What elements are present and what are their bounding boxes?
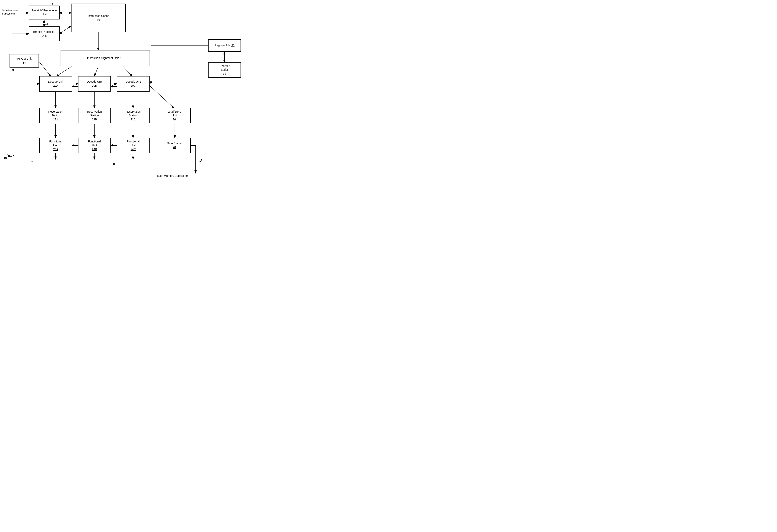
instruction-alignment-num: 18 xyxy=(120,56,124,60)
svg-text:10: 10 xyxy=(4,156,7,159)
reorder-buffer-label: ReorderBuffer xyxy=(219,64,230,72)
instruction-cache-label: Instruction Cache xyxy=(88,14,109,18)
instruction-alignment-box: Instruction Alignment Unit 18 xyxy=(61,50,150,66)
svg-line-19 xyxy=(149,85,174,108)
reservation-station-a-box: ReservationStation 22A xyxy=(39,108,72,123)
functional-unit-c-box: FunctionalUnit 24C xyxy=(117,138,149,153)
data-cache-num: 28 xyxy=(173,145,176,149)
decode-a-label: Decode Unit xyxy=(48,80,64,84)
svg-text:Main Memory Subsystem: Main Memory Subsystem xyxy=(157,174,189,178)
svg-line-6 xyxy=(60,26,71,34)
instruction-alignment-label: Instruction Alignment Unit xyxy=(87,56,119,60)
svg-text:38: 38 xyxy=(112,162,115,166)
decode-c-num: 20C xyxy=(131,84,136,88)
reservation-c-label: ReservationStation xyxy=(126,110,141,118)
decode-unit-a-box: Decode Unit 20A xyxy=(39,76,72,92)
reorder-buffer-box: ReorderBuffer 32 xyxy=(208,62,241,78)
decode-a-num: 20A xyxy=(53,84,58,88)
data-cache-box: Data Cache 28 xyxy=(158,138,191,153)
branch-prediction-box: Branch PredictionUnit xyxy=(29,26,60,41)
register-file-label: Register File xyxy=(215,43,230,47)
decode-unit-b-box: Decode Unit 20B xyxy=(78,76,111,92)
reservation-a-label: ReservationStation xyxy=(48,110,63,118)
reservation-a-num: 22A xyxy=(53,118,58,122)
functional-a-label: FunctionalUnit xyxy=(49,140,62,147)
functional-c-num: 24C xyxy=(131,147,136,151)
instruction-cache-box: Instruction Cache 16 xyxy=(71,4,126,32)
register-file-num: 30 xyxy=(231,43,235,47)
decode-b-num: 20B xyxy=(92,84,97,88)
mrom-label: MROM Unit xyxy=(17,57,31,61)
functional-c-label: FunctionalUnit xyxy=(127,140,140,147)
reservation-station-b-box: ReservationStation 22B xyxy=(78,108,111,123)
reservation-station-c-box: ReservationStation 22C xyxy=(117,108,149,123)
prefetch-label: Prefetch/ Predecode Unit xyxy=(29,9,59,16)
reorder-buffer-num: 32 xyxy=(223,72,226,76)
svg-line-8 xyxy=(57,67,72,76)
decode-unit-c-box: Decode Unit 20C xyxy=(117,76,149,92)
load-store-box: Load/StoreUnit 26 xyxy=(158,108,191,123)
svg-text:12: 12 xyxy=(50,3,53,6)
functional-a-num: 24A xyxy=(53,147,58,151)
svg-text:Main Memory: Main Memory xyxy=(2,9,18,12)
functional-unit-b-box: FunctionalUnit 24B xyxy=(78,138,111,153)
svg-text:Subsystem: Subsystem xyxy=(2,12,15,15)
mrom-box: MROM Unit 34 xyxy=(10,54,39,68)
decode-c-label: Decode Unit xyxy=(125,80,141,84)
svg-line-11 xyxy=(39,61,50,76)
register-file-box: Register File 30 xyxy=(208,39,241,51)
branch-prediction-label: Branch PredictionUnit xyxy=(33,30,55,38)
functional-unit-a-box: FunctionalUnit 24A xyxy=(39,138,72,153)
svg-line-10 xyxy=(123,67,132,76)
functional-b-num: 24B xyxy=(92,147,97,151)
prefetch-predecode-box: Prefetch/ Predecode Unit xyxy=(29,6,60,19)
load-store-num: 26 xyxy=(173,118,176,122)
reservation-b-label: ReservationStation xyxy=(87,110,102,118)
decode-b-label: Decode Unit xyxy=(87,80,102,84)
instruction-cache-num: 16 xyxy=(97,18,100,22)
processor-diagram: Main Memory Subsystem 14 xyxy=(0,0,388,266)
svg-text:14: 14 xyxy=(45,22,48,25)
load-store-label: Load/StoreUnit xyxy=(168,110,181,118)
reservation-c-num: 22C xyxy=(131,118,136,122)
functional-b-label: FunctionalUnit xyxy=(88,140,101,147)
reservation-b-num: 22B xyxy=(92,118,97,122)
svg-line-9 xyxy=(94,67,98,76)
data-cache-label: Data Cache xyxy=(167,141,182,145)
mrom-num: 34 xyxy=(23,61,26,65)
